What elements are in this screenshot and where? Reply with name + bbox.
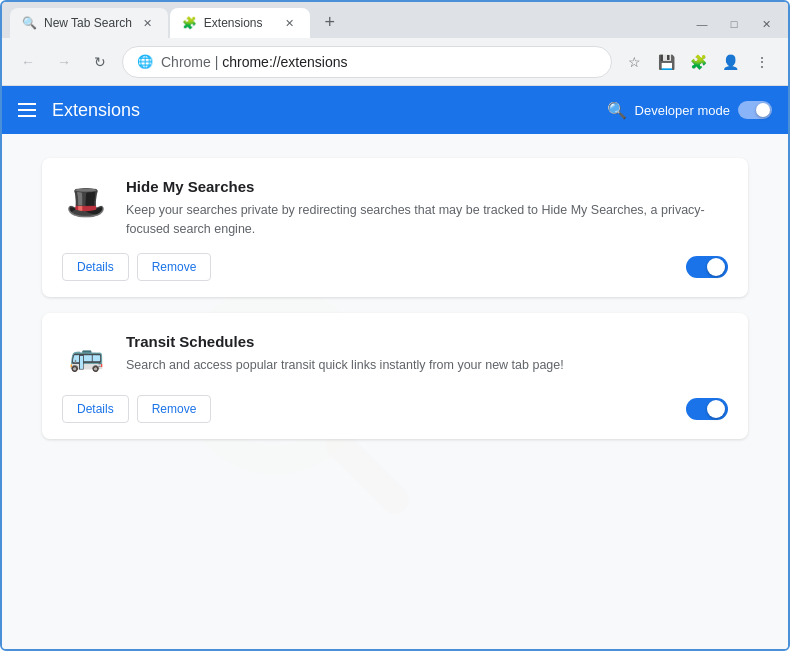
- tab-extensions[interactable]: 🧩 Extensions ✕: [170, 8, 310, 38]
- extension-icon-transit-schedules: 🚌: [62, 333, 110, 381]
- bookmark-button[interactable]: ☆: [620, 48, 648, 76]
- card-top: 🎩 Hide My Searches Keep your searches pr…: [62, 178, 728, 239]
- new-tab-button[interactable]: +: [316, 8, 344, 36]
- tabs-container: 🔍 New Tab Search ✕ 🧩 Extensions ✕ +: [10, 8, 680, 38]
- profile-button[interactable]: 👤: [716, 48, 744, 76]
- toolbar-icons: ☆ 💾 🧩 👤 ⋮: [620, 48, 776, 76]
- address-url: chrome://extensions: [222, 54, 347, 70]
- toggle-knob: [756, 103, 770, 117]
- tab1-label: New Tab Search: [44, 16, 132, 30]
- tab2-label: Extensions: [204, 16, 274, 30]
- hamburger-line: [18, 103, 36, 105]
- back-button[interactable]: ←: [14, 48, 42, 76]
- details-button-hide-my-searches[interactable]: Details: [62, 253, 129, 281]
- toggle-large-knob: [707, 258, 725, 276]
- main-content: fish.com 🎩 Hide My Searches Keep your se…: [2, 134, 788, 649]
- tab1-icon: 🔍: [22, 16, 36, 30]
- extension-icon-hide-my-searches: 🎩: [62, 178, 110, 226]
- enable-toggle-hide-my-searches[interactable]: [686, 256, 728, 278]
- address-text: Chrome | chrome://extensions: [161, 54, 597, 70]
- card-bottom-2: Details Remove: [62, 395, 728, 423]
- save-to-drive-button[interactable]: 💾: [652, 48, 680, 76]
- card-top-2: 🚌 Transit Schedules Search and access po…: [62, 333, 728, 381]
- minimize-button[interactable]: —: [688, 14, 716, 34]
- developer-mode-toggle[interactable]: [738, 101, 772, 119]
- details-button-transit-schedules[interactable]: Details: [62, 395, 129, 423]
- enable-toggle-transit-schedules[interactable]: [686, 398, 728, 420]
- close-button[interactable]: ✕: [752, 14, 780, 34]
- developer-mode-area: 🔍 Developer mode: [607, 101, 772, 120]
- menu-button[interactable]: ⋮: [748, 48, 776, 76]
- search-icon[interactable]: 🔍: [607, 101, 627, 120]
- extension-name-2: Transit Schedules: [126, 333, 728, 350]
- tab2-icon: 🧩: [182, 16, 196, 30]
- extensions-button[interactable]: 🧩: [684, 48, 712, 76]
- toggle-large-knob-2: [707, 400, 725, 418]
- extension-info: Hide My Searches Keep your searches priv…: [126, 178, 728, 239]
- menu-icon[interactable]: [18, 103, 36, 117]
- tab-new-tab-search[interactable]: 🔍 New Tab Search ✕: [10, 8, 168, 38]
- card-bottom: Details Remove: [62, 253, 728, 281]
- extensions-header: Extensions 🔍 Developer mode: [2, 86, 788, 134]
- tab1-close-button[interactable]: ✕: [140, 15, 156, 31]
- reload-button[interactable]: ↻: [86, 48, 114, 76]
- remove-button-transit-schedules[interactable]: Remove: [137, 395, 212, 423]
- secure-icon: 🌐: [137, 54, 153, 69]
- forward-button[interactable]: →: [50, 48, 78, 76]
- remove-button-hide-my-searches[interactable]: Remove: [137, 253, 212, 281]
- hamburger-line: [18, 115, 36, 117]
- extension-card-hide-my-searches: 🎩 Hide My Searches Keep your searches pr…: [42, 158, 748, 297]
- tab2-close-button[interactable]: ✕: [282, 15, 298, 31]
- title-bar: 🔍 New Tab Search ✕ 🧩 Extensions ✕ + — □ …: [2, 2, 788, 38]
- extension-name: Hide My Searches: [126, 178, 728, 195]
- developer-mode-label: Developer mode: [635, 103, 730, 118]
- extension-card-transit-schedules: 🚌 Transit Schedules Search and access po…: [42, 313, 748, 439]
- extension-description: Keep your searches private by redirectin…: [126, 201, 728, 239]
- hamburger-line: [18, 109, 36, 111]
- browser-window: 🔍 New Tab Search ✕ 🧩 Extensions ✕ + — □ …: [0, 0, 790, 651]
- extension-info-2: Transit Schedules Search and access popu…: [126, 333, 728, 375]
- extensions-page-title: Extensions: [52, 100, 591, 121]
- address-bar: ← → ↻ 🌐 Chrome | chrome://extensions ☆ 💾…: [2, 38, 788, 86]
- extension-description-2: Search and access popular transit quick …: [126, 356, 728, 375]
- maximize-button[interactable]: □: [720, 14, 748, 34]
- svg-line-2: [340, 445, 395, 500]
- address-input[interactable]: 🌐 Chrome | chrome://extensions: [122, 46, 612, 78]
- address-prefix: Chrome |: [161, 54, 222, 70]
- window-controls: — □ ✕: [688, 14, 780, 34]
